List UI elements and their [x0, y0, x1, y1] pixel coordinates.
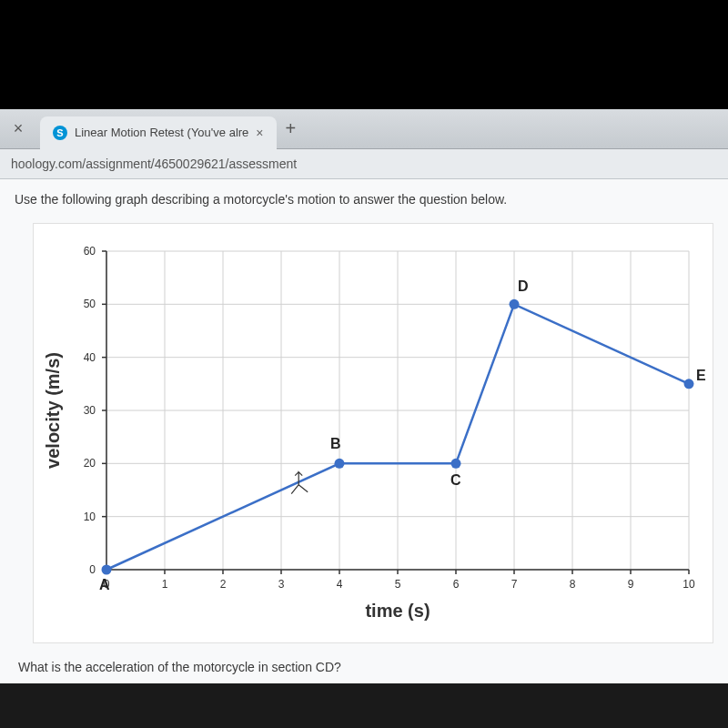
data-point-C: [451, 459, 461, 469]
point-label-D: D: [518, 278, 529, 294]
x-tick-label: 2: [220, 578, 227, 591]
data-point-B: [335, 459, 345, 469]
y-tick-label: 60: [84, 245, 96, 258]
data-point-E: [684, 379, 694, 389]
x-tick-label: 4: [337, 578, 343, 591]
point-label-E: E: [696, 368, 706, 383]
point-label-B: B: [330, 436, 341, 451]
x-tick-label: 7: [511, 578, 518, 591]
x-tick-label: 1: [162, 578, 168, 591]
point-label-C: C: [450, 472, 461, 488]
close-tab-icon[interactable]: ×: [256, 126, 263, 140]
chart-svg: 0123456789100102030405060ABCDEtime (s)ve…: [34, 233, 707, 633]
x-tick-label: 6: [453, 578, 460, 591]
address-bar[interactable]: hoology.com/assignment/4650029621/assess…: [0, 149, 728, 179]
x-tick-label: 5: [395, 578, 401, 591]
data-point-A: [102, 565, 112, 575]
y-tick-label: 50: [84, 298, 96, 310]
y-tick-label: 30: [84, 404, 96, 417]
x-tick-label: 9: [628, 578, 634, 591]
schoology-favicon: S: [53, 126, 67, 140]
point-label-A: A: [99, 577, 110, 592]
velocity-time-chart: 0123456789100102030405060ABCDEtime (s)ve…: [33, 223, 713, 643]
x-axis-label: time (s): [365, 601, 430, 621]
data-point-D: [510, 299, 520, 309]
y-axis-label: velocity (m/s): [43, 352, 63, 469]
prev-tab-close-icon[interactable]: ×: [7, 118, 29, 140]
black-border-top: [0, 0, 728, 109]
y-tick-label: 40: [84, 351, 96, 364]
question-intro-text: Use the following graph describing a mot…: [15, 192, 713, 207]
active-tab[interactable]: S Linear Motion Retest (You've alre ×: [40, 116, 277, 149]
page-content: Use the following graph describing a mot…: [0, 179, 728, 683]
y-tick-label: 10: [84, 511, 96, 523]
y-tick-label: 0: [89, 563, 96, 576]
browser-tab-strip: × S Linear Motion Retest (You've alre × …: [0, 109, 728, 149]
url-text: hoology.com/assignment/4650029621/assess…: [11, 157, 297, 171]
tab-title: Linear Motion Retest (You've alre: [75, 126, 248, 139]
x-tick-label: 8: [570, 578, 576, 591]
x-tick-label: 10: [682, 578, 695, 591]
question-text: What is the acceleration of the motorcyc…: [18, 660, 713, 674]
x-tick-label: 3: [278, 578, 285, 591]
new-tab-button[interactable]: +: [286, 118, 297, 139]
y-tick-label: 20: [84, 457, 96, 470]
